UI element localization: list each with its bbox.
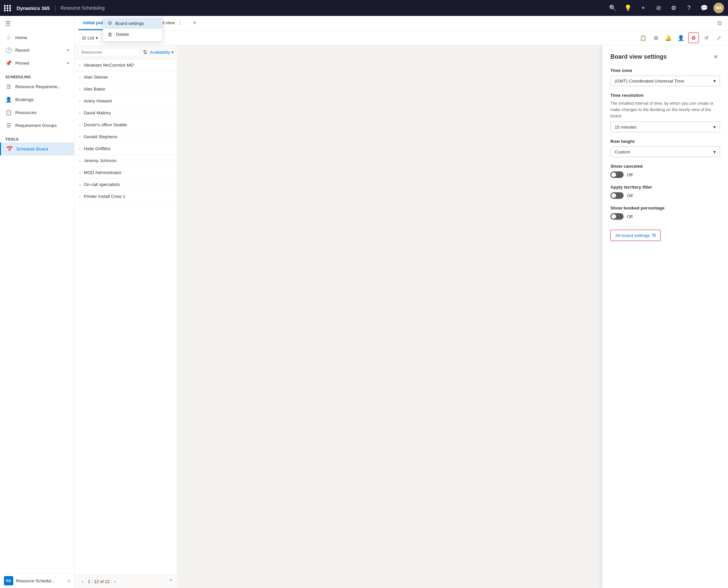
refresh-icon[interactable]: ↺	[701, 33, 711, 43]
resource-name: Abraham McCormick MD	[84, 63, 134, 68]
chevron-down-icon: ▾	[713, 149, 716, 154]
home-icon: ⌂	[5, 35, 12, 40]
all-board-settings-label: All board settings	[615, 233, 650, 238]
chat-icon[interactable]: 💬	[698, 2, 710, 14]
sidebar-item-label: Pinned	[15, 61, 29, 66]
chevron-right-icon: ›	[79, 135, 81, 139]
sidebar-item-label: Resource Requireme...	[15, 84, 61, 89]
add-icon[interactable]: +	[637, 2, 649, 14]
delete-label: Delete	[116, 32, 129, 37]
settings-title: Board view settings	[611, 54, 667, 60]
chevron-right-icon: ›	[79, 194, 81, 198]
tab-add-button[interactable]: +	[190, 19, 199, 28]
resource-name: Avery Howard	[84, 99, 112, 103]
report-icon[interactable]: 📋	[638, 33, 648, 43]
list-item[interactable]: › Printer Install Crew 1	[74, 191, 177, 203]
collapse-icon[interactable]: ⌃	[169, 579, 173, 585]
row-height-field: Row height Custom ▾	[611, 139, 720, 157]
resource-name: David Mallory	[84, 110, 111, 115]
chevron-right-icon: ›	[79, 99, 81, 103]
resource-name: Printer Install Crew 1	[84, 194, 125, 199]
resource-name: Doctor's office Seattle	[84, 122, 127, 127]
list-chevron-icon: ▾	[96, 36, 98, 40]
time-resolution-select[interactable]: 15 minutes ▾	[611, 122, 720, 132]
list-item[interactable]: › Doctor's office Seattle	[74, 119, 177, 131]
list-item[interactable]: › Halle Griffiths	[74, 143, 177, 155]
tab-screen-icon[interactable]: ⊡	[715, 19, 724, 28]
board-settings-menu-item[interactable]: ⚙ Board settings	[103, 18, 162, 29]
close-icon[interactable]: ✕	[711, 52, 720, 61]
req-groups-icon: ☰	[5, 122, 12, 129]
help-icon[interactable]: ?	[683, 2, 695, 14]
next-page-button[interactable]: ›	[111, 578, 119, 585]
sidebar-item-schedule-board[interactable]: 📅 Schedule Board	[0, 143, 74, 155]
board-view-settings-panel: Board view settings ✕ Time zone (GMT) Co…	[602, 45, 728, 588]
all-board-settings-button[interactable]: All board settings ⧉	[611, 230, 661, 241]
row-height-select[interactable]: Custom ▾	[611, 147, 720, 157]
list-view-button[interactable]: ⊟ List ▾	[79, 34, 102, 42]
sidebar-item-label: Requirement Groups	[15, 123, 57, 128]
time-zone-select[interactable]: (GMT) Coordinated Universal Time ▾	[611, 76, 720, 86]
pagination-text: 1 - 12 of 12	[88, 579, 110, 584]
time-resolution-desc: The smallest interval of time, by which …	[611, 101, 720, 119]
sidebar-item-resources[interactable]: 📋 Resources	[0, 106, 74, 119]
filter-icon[interactable]: ⊘	[652, 2, 664, 14]
list-item[interactable]: › Abraham McCormick MD	[74, 59, 177, 71]
list-item[interactable]: › Jeremy Johnson	[74, 155, 177, 167]
show-booked-toggle[interactable]	[611, 213, 624, 220]
sidebar-bottom-item[interactable]: RS Resource Schedul... ◇	[0, 573, 74, 588]
sort-icon[interactable]: ⇅	[143, 49, 147, 55]
list-icon: ⊟	[82, 36, 86, 40]
list-item[interactable]: › MOD Administrator	[74, 167, 177, 178]
resource-name: Alex Baker	[84, 86, 105, 91]
list-item[interactable]: › On-call specialists	[74, 178, 177, 191]
sidebar-item-label: Bookings	[15, 97, 34, 102]
sidebar-item-resource-requirements[interactable]: ☰ Resource Requireme...	[0, 80, 74, 93]
availability-button[interactable]: Availability ▾	[150, 50, 174, 55]
lightbulb-icon[interactable]: 💡	[622, 2, 634, 14]
list-label: List	[87, 36, 94, 40]
prev-page-button[interactable]: ‹	[79, 578, 86, 585]
settings-icon[interactable]: ⚙	[668, 2, 680, 14]
sidebar-item-bookings[interactable]: 👤 Bookings	[0, 93, 74, 106]
person-icon[interactable]: 👤	[676, 33, 686, 43]
chevron-down-icon: ▾	[67, 48, 69, 52]
gear-icon: ⚙	[108, 20, 112, 26]
chevron-down-icon: ▾	[67, 61, 69, 65]
delete-menu-item[interactable]: 🗑 Delete	[103, 29, 162, 40]
chevron-right-icon: ›	[79, 111, 81, 115]
sidebar-hamburger[interactable]: ☰	[0, 16, 74, 31]
table-icon[interactable]: ⊞	[650, 33, 661, 43]
sidebar-bottom-label: Resource Schedul...	[16, 579, 55, 583]
search-icon[interactable]: 🔍	[607, 2, 619, 14]
waffle-menu[interactable]	[4, 5, 11, 11]
user-avatar[interactable]: MA	[713, 3, 724, 13]
sidebar-item-recent[interactable]: 🕐 Recent ▾	[0, 44, 74, 57]
show-canceled-toggle[interactable]	[611, 171, 624, 178]
sidebar-item-home[interactable]: ⌂ Home	[0, 31, 74, 44]
time-zone-value: (GMT) Coordinated Universal Time	[615, 79, 684, 84]
recent-icon: 🕐	[5, 47, 12, 54]
alert-icon[interactable]: 🔔	[663, 33, 674, 43]
list-item[interactable]: › Alex Baker	[74, 83, 177, 95]
list-icon: ☰	[5, 84, 12, 90]
sidebar-item-pinned[interactable]: 📌 Pinned ▾	[0, 57, 74, 70]
list-item[interactable]: › Alan Steiner	[74, 71, 177, 83]
expand-icon[interactable]: ⤢	[713, 33, 724, 43]
list-item[interactable]: › Gerald Stephens	[74, 131, 177, 143]
sidebar-item-requirement-groups[interactable]: ☰ Requirement Groups	[0, 119, 74, 132]
list-item[interactable]: › David Mallory	[74, 107, 177, 119]
nav-separator: |	[54, 5, 56, 12]
chevron-right-icon: ›	[79, 159, 81, 163]
resource-search-input[interactable]	[79, 48, 140, 56]
resource-name: Jeremy Johnson	[84, 158, 116, 163]
scheduling-section-title: Scheduling	[0, 70, 74, 80]
resources-area: ⇅ Availability ▾ › Abraham McCormick MD …	[74, 45, 728, 588]
tools-section-title: Tools	[0, 132, 74, 143]
tab-more-dots[interactable]: ⋮	[178, 20, 183, 26]
board-settings-icon[interactable]: ⚙	[688, 33, 699, 43]
toggle-knob	[612, 172, 616, 177]
list-item[interactable]: › Avery Howard	[74, 95, 177, 107]
pagination-controls: ‹ 1 - 12 of 12 ›	[79, 578, 119, 585]
apply-territory-toggle[interactable]	[611, 192, 624, 199]
